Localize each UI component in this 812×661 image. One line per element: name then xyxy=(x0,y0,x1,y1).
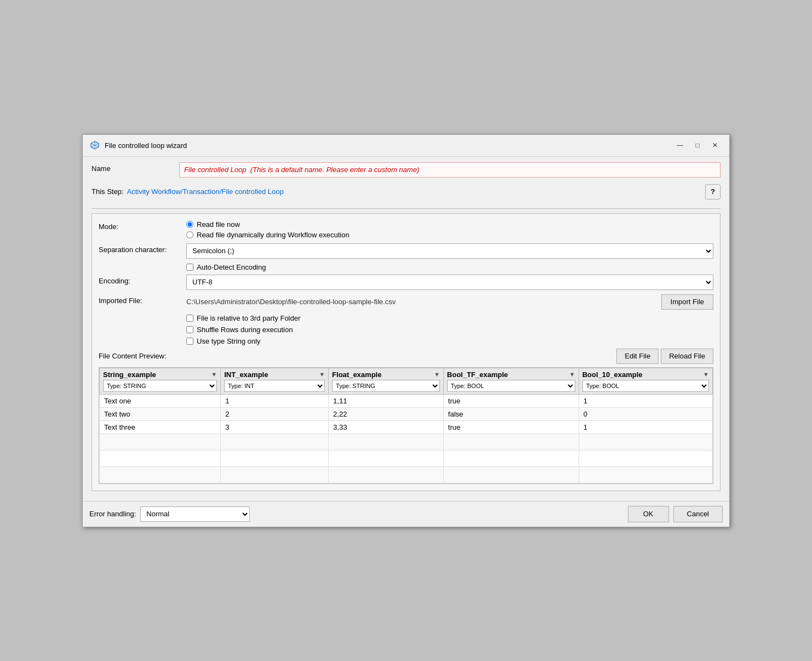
this-step-row: This Step: Activity Workflow/Transaction… xyxy=(92,182,720,202)
name-input[interactable] xyxy=(179,162,720,178)
col-float-name: Float_example xyxy=(332,371,381,379)
main-window: File controlled loop wizard — □ ✕ Name T… xyxy=(82,134,730,527)
empty-cell xyxy=(221,450,329,466)
empty-cell xyxy=(221,466,329,483)
relative-checkbox-row: File is relative to 3rd party Folder xyxy=(186,314,713,322)
mode-read-now-label: Read file now xyxy=(197,220,240,229)
th-header-int: INT_example ▼ xyxy=(224,371,325,379)
empty-cell xyxy=(579,434,712,450)
table-head: String_example ▼ Type: STRING Type: INT … xyxy=(100,368,713,394)
col-float-type-select[interactable]: Type: STRING Type: INT Type: FLOAT Type:… xyxy=(332,380,440,392)
empty-cell xyxy=(221,434,329,450)
reload-file-button[interactable]: Reload File xyxy=(661,349,713,364)
title-bar-controls: — □ ✕ xyxy=(672,139,723,152)
cell-0-0: Text one xyxy=(100,394,221,407)
minimize-button[interactable]: — xyxy=(672,139,688,152)
relative-checkbox[interactable] xyxy=(186,315,193,322)
string-only-checkbox[interactable] xyxy=(186,338,193,345)
col-int-name: INT_example xyxy=(224,371,268,379)
empty-cell xyxy=(329,466,444,483)
auto-detect-label: Auto-Detect Encoding xyxy=(197,263,266,271)
import-file-button[interactable]: Import File xyxy=(661,294,713,310)
empty-cell xyxy=(100,450,221,466)
mode-row: Mode: Read file now Read file dynamicall… xyxy=(99,220,713,239)
cancel-button[interactable]: Cancel xyxy=(673,506,723,522)
mode-options: Read file now Read file dynamically duri… xyxy=(186,220,713,239)
cell-0-3: true xyxy=(443,394,579,407)
col-int-example: INT_example ▼ Type: STRING Type: INT Typ… xyxy=(221,368,329,394)
empty-cell xyxy=(443,466,579,483)
mode-read-dynamic-radio[interactable] xyxy=(186,231,193,238)
auto-detect-checkbox[interactable] xyxy=(186,264,193,271)
mode-read-now-radio[interactable] xyxy=(186,221,193,228)
window-title: File controlled loop wizard xyxy=(105,141,187,150)
shuffle-checkbox-row: Shuffle Rows during execution xyxy=(186,326,713,334)
table-empty-row-3 xyxy=(100,466,713,483)
col-bool10-filter-icon[interactable]: ▼ xyxy=(703,371,709,378)
col-int-filter-icon[interactable]: ▼ xyxy=(319,371,325,378)
maximize-button[interactable]: □ xyxy=(690,139,705,152)
encoding-row: Encoding: UTF-8 UTF-16 ISO-8859-1 Window… xyxy=(99,275,713,290)
separation-row: Separation character: Semicolon (;) Comm… xyxy=(99,243,713,259)
name-field-container xyxy=(179,162,720,178)
mode-read-dynamic-label: Read file dynamically during Workflow ex… xyxy=(197,231,350,239)
mode-radio-group: Read file now Read file dynamically duri… xyxy=(186,220,713,239)
empty-cell xyxy=(443,434,579,450)
shuffle-label: Shuffle Rows during execution xyxy=(197,326,293,334)
table-body: Text one 1 1,11 true 1 Text two 2 2,22 f… xyxy=(100,394,713,483)
preview-header-row: File Content Preview: Edit File Reload F… xyxy=(99,349,713,364)
edit-file-button[interactable]: Edit File xyxy=(616,349,659,364)
cell-1-4: 0 xyxy=(579,407,712,420)
table-row: Text two 2 2,22 false 0 xyxy=(100,407,713,420)
th-inner-string: String_example ▼ Type: STRING Type: INT … xyxy=(100,368,220,394)
main-content: Name This Step: Activity Workflow/Transa… xyxy=(83,157,729,501)
this-step-left: This Step: Activity Workflow/Transaction… xyxy=(92,187,284,196)
cell-2-3: true xyxy=(443,420,579,434)
col-bool10-type-select[interactable]: Type: STRING Type: INT Type: FLOAT Type:… xyxy=(582,380,709,392)
col-booltf-type-select[interactable]: Type: STRING Type: INT Type: FLOAT Type:… xyxy=(447,380,575,392)
step-link[interactable]: Activity Workflow/Transaction/File contr… xyxy=(127,187,284,196)
separator-1 xyxy=(92,208,720,209)
cell-0-2: 1,11 xyxy=(329,394,444,407)
error-handling-select[interactable]: Normal Ignore Stop xyxy=(140,506,250,522)
mode-read-dynamic[interactable]: Read file dynamically during Workflow ex… xyxy=(186,231,713,239)
th-header-bool10: Bool_10_example ▼ xyxy=(582,371,709,379)
empty-cell xyxy=(579,466,712,483)
th-header-string: String_example ▼ xyxy=(103,371,217,379)
empty-cell xyxy=(329,434,444,450)
footer-buttons: OK Cancel xyxy=(628,506,723,522)
title-bar: File controlled loop wizard — □ ✕ xyxy=(83,135,729,157)
imported-file-field: C:\Users\Administrator\Desktop\file-cont… xyxy=(186,294,713,310)
col-float-filter-icon[interactable]: ▼ xyxy=(434,371,440,378)
empty-cell xyxy=(100,434,221,450)
col-string-filter-icon[interactable]: ▼ xyxy=(211,371,217,378)
preview-buttons: Edit File Reload File xyxy=(616,349,713,364)
data-table: String_example ▼ Type: STRING Type: INT … xyxy=(99,368,713,483)
preview-label: File Content Preview: xyxy=(99,352,167,360)
table-empty-row-1 xyxy=(100,434,713,450)
shuffle-checkbox[interactable] xyxy=(186,326,193,333)
table-header-row: String_example ▼ Type: STRING Type: INT … xyxy=(100,368,713,394)
th-header-booltf: Bool_TF_example ▼ xyxy=(447,371,575,379)
th-header-float: Float_example ▼ xyxy=(332,371,440,379)
close-button[interactable]: ✕ xyxy=(707,139,723,152)
cell-0-1: 1 xyxy=(221,394,329,407)
col-string-type-select[interactable]: Type: STRING Type: INT Type: FLOAT Type:… xyxy=(103,380,217,392)
help-button[interactable]: ? xyxy=(705,184,720,200)
col-string-example: String_example ▼ Type: STRING Type: INT … xyxy=(100,368,221,394)
ok-button[interactable]: OK xyxy=(628,506,669,522)
encoding-select[interactable]: UTF-8 UTF-16 ISO-8859-1 Windows-1252 xyxy=(186,275,713,290)
separation-field: Semicolon (;) Comma (,) Tab Space xyxy=(186,243,713,259)
mode-read-now[interactable]: Read file now xyxy=(186,220,713,229)
col-booltf-filter-icon[interactable]: ▼ xyxy=(569,371,575,378)
empty-cell xyxy=(100,466,221,483)
cell-1-3: false xyxy=(443,407,579,420)
imported-file-label: Imported File: xyxy=(99,294,186,305)
cell-1-1: 2 xyxy=(221,407,329,420)
separation-select[interactable]: Semicolon (;) Comma (,) Tab Space xyxy=(186,243,713,259)
col-float-example: Float_example ▼ Type: STRING Type: INT T… xyxy=(329,368,444,394)
this-step-label: This Step: xyxy=(92,187,124,196)
cell-2-4: 1 xyxy=(579,420,712,434)
th-inner-booltf: Bool_TF_example ▼ Type: STRING Type: INT… xyxy=(444,368,579,394)
col-int-type-select[interactable]: Type: STRING Type: INT Type: FLOAT Type:… xyxy=(224,380,325,392)
